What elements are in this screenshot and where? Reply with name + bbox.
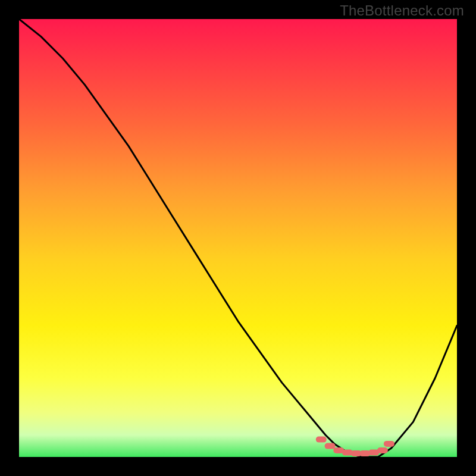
chart-svg <box>19 19 457 457</box>
highlight-marker <box>325 443 336 449</box>
highlight-marker <box>384 441 394 447</box>
chart-frame: TheBottleneck.com <box>0 0 476 476</box>
plot-area <box>19 19 457 457</box>
watermark-text: TheBottleneck.com <box>340 2 464 19</box>
bottleneck-curve-line <box>19 19 457 457</box>
highlight-marker <box>316 437 327 443</box>
highlight-marker <box>377 447 388 453</box>
